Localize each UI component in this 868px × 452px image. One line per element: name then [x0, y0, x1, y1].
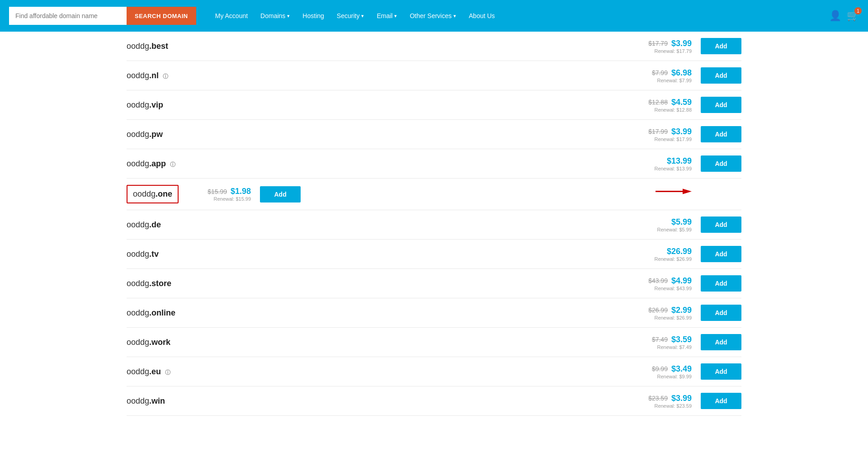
table-row: ooddg.one$15.99$1.98Renewal: $15.99Add — [127, 179, 741, 210]
new-price: $3.49 — [671, 364, 692, 374]
renewal-price: Renewal: $7.99 — [657, 78, 692, 83]
domain-name: ooddg.tv — [127, 250, 619, 259]
renewal-price: Renewal: $5.99 — [657, 227, 692, 232]
price-row: $12.88$4.59 — [648, 98, 692, 107]
domain-name: ooddg.app ⓘ — [127, 159, 619, 169]
search-form: SEARCH DOMAIN — [9, 7, 196, 25]
old-price: $7.99 — [652, 69, 668, 76]
nav-icons: 👤 🛒 1 — [829, 10, 859, 22]
renewal-price: Renewal: $26.99 — [654, 256, 692, 262]
nav-link-email[interactable]: Email ▾ — [371, 9, 402, 23]
price-section: $15.99$1.98Renewal: $15.99 — [179, 187, 251, 202]
old-price: $12.88 — [648, 99, 668, 106]
add-button[interactable]: Add — [701, 246, 741, 262]
table-row: ooddg.pw$17.99$3.99Renewal: $17.99Add — [127, 120, 741, 149]
renewal-price: Renewal: $17.99 — [654, 137, 692, 142]
new-price: $6.98 — [671, 68, 692, 78]
add-button[interactable]: Add — [701, 217, 741, 233]
table-row: ooddg.online$26.99$2.99Renewal: $26.99Ad… — [127, 298, 741, 328]
table-row: ooddg.de$5.99Renewal: $5.99Add — [127, 210, 741, 240]
nav-link-security[interactable]: Security ▾ — [331, 9, 370, 23]
single-price: $5.99 — [671, 217, 692, 227]
domain-name: ooddg.eu ⓘ — [127, 367, 619, 377]
price-section: $43.99$4.99Renewal: $43.99 — [619, 276, 692, 291]
renewal-price: Renewal: $23.59 — [654, 403, 692, 409]
price-section: $23.59$3.99Renewal: $23.59 — [619, 394, 692, 409]
add-button[interactable]: Add — [701, 393, 741, 409]
add-button[interactable]: Add — [701, 334, 741, 350]
add-button[interactable]: Add — [701, 67, 741, 84]
table-row: ooddg.tv$26.99Renewal: $26.99Add — [127, 240, 741, 269]
price-section: $5.99Renewal: $5.99 — [619, 217, 692, 232]
table-row: ooddg.work$7.49$3.59Renewal: $7.49Add — [127, 328, 741, 357]
price-row: $9.99$3.49 — [652, 364, 692, 374]
new-price: $3.99 — [671, 39, 692, 48]
cart-icon[interactable]: 🛒 1 — [847, 10, 859, 22]
price-section: $13.99Renewal: $13.99 — [619, 156, 692, 171]
navbar: SEARCH DOMAIN My AccountDomains ▾Hosting… — [0, 0, 868, 32]
price-section: $7.49$3.59Renewal: $7.49 — [619, 335, 692, 350]
old-price: $15.99 — [208, 188, 227, 195]
add-button[interactable]: Add — [701, 97, 741, 113]
table-row: ooddg.app ⓘ$13.99Renewal: $13.99Add — [127, 149, 741, 179]
search-input[interactable] — [9, 7, 127, 25]
new-price: $3.99 — [671, 394, 692, 403]
old-price: $9.99 — [652, 365, 668, 372]
info-icon[interactable]: ⓘ — [163, 73, 168, 80]
price-section: $26.99$2.99Renewal: $26.99 — [619, 306, 692, 320]
price-section: $26.99Renewal: $26.99 — [619, 247, 692, 262]
add-button[interactable]: Add — [701, 126, 741, 142]
renewal-price: Renewal: $17.79 — [654, 48, 692, 54]
search-button[interactable]: SEARCH DOMAIN — [127, 7, 196, 25]
table-row: ooddg.win$23.59$3.99Renewal: $23.59Add — [127, 386, 741, 416]
old-price: $7.49 — [652, 336, 668, 343]
price-section: $7.99$6.98Renewal: $7.99 — [619, 68, 692, 83]
add-button[interactable]: Add — [701, 305, 741, 321]
domain-name: ooddg.pw — [127, 130, 619, 139]
renewal-price: Renewal: $13.99 — [654, 166, 692, 171]
old-price: $26.99 — [648, 306, 668, 314]
price-section: $17.79$3.99Renewal: $17.79 — [619, 39, 692, 54]
table-row: ooddg.best$17.79$3.99Renewal: $17.79Add — [127, 32, 741, 61]
add-button[interactable]: Add — [701, 275, 741, 292]
info-icon[interactable]: ⓘ — [165, 369, 170, 376]
new-price: $1.98 — [231, 187, 251, 196]
domain-name: ooddg.de — [127, 220, 619, 230]
renewal-price: Renewal: $43.99 — [654, 286, 692, 291]
price-row: $7.49$3.59 — [652, 335, 692, 344]
old-price: $43.99 — [648, 277, 668, 284]
price-section: $12.88$4.59Renewal: $12.88 — [619, 98, 692, 113]
price-row: $17.99$3.99 — [648, 127, 692, 137]
arrow-annotation — [656, 187, 692, 202]
domain-name: ooddg.work — [127, 338, 619, 347]
nav-link-other-services[interactable]: Other Services ▾ — [404, 9, 462, 23]
domain-name: ooddg.one — [127, 185, 179, 203]
main-content: ooddg.best$17.79$3.99Renewal: $17.79Addo… — [118, 32, 750, 416]
nav-link-about-us[interactable]: About Us — [463, 9, 500, 23]
renewal-price: Renewal: $9.99 — [657, 374, 692, 379]
add-button[interactable]: Add — [701, 38, 741, 54]
add-button[interactable]: Add — [701, 155, 741, 172]
nav-link-hosting[interactable]: Hosting — [297, 9, 329, 23]
renewal-price: Renewal: $12.88 — [654, 107, 692, 113]
price-row: $43.99$4.99 — [648, 276, 692, 286]
new-price: $4.59 — [671, 98, 692, 107]
nav-link-domains[interactable]: Domains ▾ — [255, 9, 295, 23]
nav-link-my-account[interactable]: My Account — [210, 9, 253, 23]
domain-name: ooddg.best — [127, 42, 619, 51]
price-row: $17.79$3.99 — [648, 39, 692, 48]
add-button[interactable]: Add — [260, 186, 301, 202]
table-row: ooddg.nl ⓘ$7.99$6.98Renewal: $7.99Add — [127, 61, 741, 90]
renewal-price: Renewal: $15.99 — [214, 196, 251, 202]
add-button[interactable]: Add — [701, 363, 741, 380]
renewal-price: Renewal: $7.49 — [657, 344, 692, 350]
cart-badge: 1 — [854, 7, 862, 14]
single-price: $13.99 — [667, 156, 692, 166]
user-icon[interactable]: 👤 — [829, 10, 841, 22]
info-icon[interactable]: ⓘ — [170, 161, 175, 168]
price-row: $26.99$2.99 — [648, 306, 692, 315]
domain-name: ooddg.nl ⓘ — [127, 71, 619, 80]
domain-name: ooddg.store — [127, 279, 619, 288]
price-row: $23.59$3.99 — [648, 394, 692, 403]
new-price: $3.59 — [671, 335, 692, 344]
